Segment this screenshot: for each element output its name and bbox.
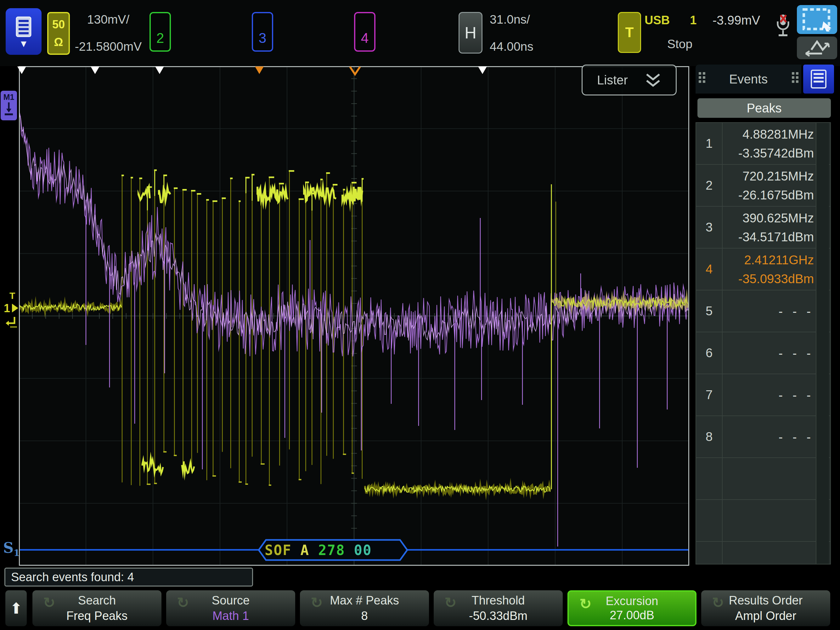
events-list-view-button[interactable]: [803, 65, 834, 93]
event-number: 5: [696, 290, 723, 332]
status-bar: Search events found: 4: [5, 568, 253, 587]
event-values: [723, 542, 814, 565]
event-placeholder: - - -: [778, 304, 814, 318]
event-row[interactable]: 3390.625MHz-34.5171dBm: [696, 207, 830, 249]
channel-2-button[interactable]: 2: [150, 12, 171, 52]
horizontal-button[interactable]: H: [459, 12, 483, 54]
event-row[interactable]: 5- - -: [696, 290, 830, 332]
event-row-empty: [696, 500, 830, 542]
peaks-column-header[interactable]: Peaks: [698, 98, 831, 118]
ch1-trigger-level-marker[interactable]: T 1: [3, 290, 19, 331]
trigger-position-marker[interactable]: [349, 66, 361, 76]
search-event-marker[interactable]: [91, 66, 99, 74]
ch1-readout[interactable]: 130mV/ -21.5800mV: [70, 11, 147, 55]
lister-label: Lister: [597, 73, 628, 87]
ground-hook-icon: [5, 316, 17, 330]
event-number: 2: [696, 165, 723, 206]
event-values: [723, 458, 814, 499]
event-placeholder: - - -: [778, 388, 814, 402]
decode-token: 278: [318, 542, 345, 558]
event-values: - - -: [723, 290, 814, 332]
events-table[interactable]: 14.88281MHz-3.35742dBm2720.215MHz-26.167…: [696, 122, 831, 565]
microphone-muted-icon[interactable]: [775, 13, 791, 44]
lister-dropdown[interactable]: Lister: [582, 65, 677, 95]
trigger-readout: USB 1: [644, 13, 696, 27]
selection-rectangle-icon: [801, 8, 834, 32]
decode-token: A: [300, 542, 309, 558]
search-event-marker[interactable]: [478, 66, 487, 74]
trigger-button[interactable]: T: [618, 12, 641, 53]
event-values: 2.41211GHz-35.0933dBm: [723, 249, 814, 290]
event-number: 6: [696, 332, 723, 374]
event-number: 1: [696, 123, 723, 164]
event-amplitude: -35.0933dBm: [738, 272, 814, 286]
softkey-excursion[interactable]: ↻Excursion27.00dB: [567, 590, 696, 626]
events-scrollbar[interactable]: [816, 123, 829, 564]
trigger-position-marker[interactable]: [255, 66, 264, 74]
event-row-empty: [696, 542, 830, 565]
rotate-knob-icon: ↻: [177, 594, 189, 611]
rotate-knob-icon: ↻: [712, 594, 724, 611]
ohm-symbol: Ω: [54, 36, 63, 49]
event-frequency: 720.215MHz: [742, 169, 814, 183]
event-row[interactable]: 6- - -: [696, 332, 830, 374]
trigger-type: USB: [644, 14, 670, 27]
waveform-display[interactable]: Lister SOFA27800: [19, 66, 689, 566]
ch1-scale: 130mV/: [70, 13, 147, 27]
timebase-delay: 44.00ns: [490, 40, 562, 54]
timebase-scale: 31.0ns/: [490, 13, 562, 27]
event-number: 7: [696, 374, 723, 415]
softkey-threshold[interactable]: ↻Threshold-50.33dBm: [434, 590, 563, 626]
search-event-marker[interactable]: [155, 66, 164, 74]
search-event-marker[interactable]: [17, 66, 26, 74]
channel-4-button[interactable]: 4: [354, 12, 376, 52]
event-number: 4: [696, 249, 723, 290]
event-row[interactable]: 14.88281MHz-3.35742dBm: [696, 123, 830, 165]
event-values: - - -: [723, 374, 814, 415]
ch1-offset: -21.5800mV: [70, 40, 147, 54]
event-frequency: 390.625MHz: [742, 211, 814, 225]
drag-handle-icon[interactable]: [792, 72, 798, 86]
drag-handle-icon[interactable]: [699, 72, 705, 86]
list-icon: [810, 69, 827, 89]
main-menu-button[interactable]: ▼: [6, 8, 41, 55]
event-placeholder: - - -: [778, 430, 814, 444]
waveform-pan-tool-button[interactable]: [797, 36, 837, 59]
softkey-max-peaks[interactable]: ↻Max # Peaks8: [300, 590, 429, 626]
rotate-knob-icon: ↻: [43, 594, 55, 611]
event-values: 4.88281MHz-3.35742dBm: [723, 123, 814, 164]
waveform-arrows-icon: [802, 39, 832, 57]
event-values: [723, 500, 814, 541]
events-panel-header[interactable]: Events: [696, 65, 801, 93]
search-events-count: Search events found: 4: [11, 570, 134, 584]
level-arrow-icon: [12, 304, 18, 312]
event-row[interactable]: 2720.215MHz-26.1675dBm: [696, 165, 830, 207]
math1-reference-marker[interactable]: M1: [1, 91, 17, 120]
event-amplitude: -26.1675dBm: [738, 188, 814, 202]
ch1-impedance-badge[interactable]: 50 Ω: [47, 12, 70, 55]
rotate-knob-icon: ↻: [579, 595, 592, 613]
decode-token: 00: [354, 542, 372, 558]
event-row[interactable]: 8- - -: [696, 416, 830, 458]
event-values: - - -: [723, 416, 814, 457]
softkey-results-order[interactable]: ↻Results OrderAmpl Order: [701, 590, 830, 626]
event-row[interactable]: 7- - -: [696, 374, 830, 416]
softkey-search[interactable]: ↻SearchFreq Peaks: [32, 590, 161, 626]
channel-3-button[interactable]: 3: [252, 12, 273, 52]
event-row[interactable]: 42.41211GHz-35.0933dBm: [696, 249, 830, 290]
menu-up-button[interactable]: ⬆: [5, 590, 27, 626]
event-frequency: 2.41211GHz: [744, 253, 814, 267]
event-amplitude: -3.35742dBm: [738, 146, 814, 160]
zoom-select-tool-button[interactable]: [797, 5, 837, 34]
up-arrow-icon: ⬆: [10, 600, 22, 617]
rotate-knob-icon: ↻: [444, 594, 457, 611]
softkey-source[interactable]: ↻SourceMath 1: [166, 590, 295, 626]
event-values: 390.625MHz-34.5171dBm: [723, 207, 814, 248]
event-number: [696, 500, 723, 541]
decode-token: SOF: [265, 542, 291, 558]
timebase-readout[interactable]: 31.0ns/ 44.00ns: [490, 11, 562, 55]
event-number: [696, 458, 723, 499]
trigger-level: -3.99mV: [712, 13, 760, 27]
event-amplitude: -34.5171dBm: [738, 230, 814, 244]
events-panel-title: Events: [729, 72, 767, 86]
